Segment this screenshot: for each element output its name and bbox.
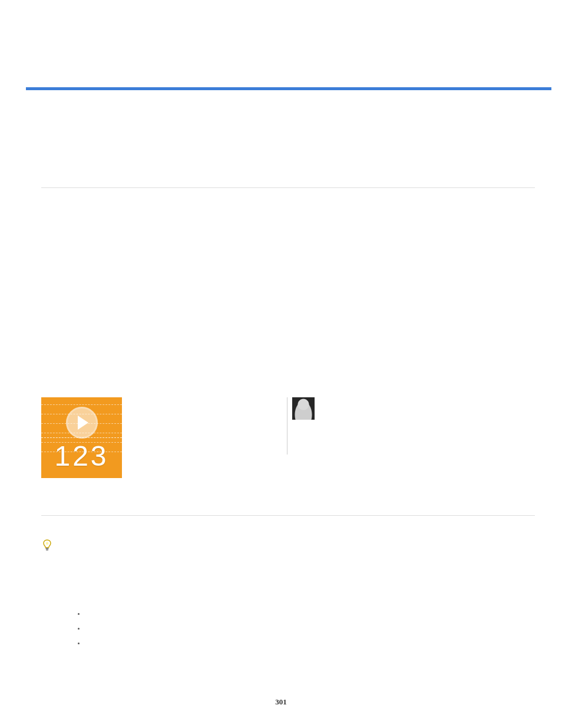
media-row: 123 <box>41 397 550 478</box>
list-item <box>78 624 550 638</box>
page-number: 301 <box>0 697 562 707</box>
bullet-list <box>78 609 550 653</box>
horizontal-rule-thin <box>41 515 535 516</box>
play-icon <box>66 407 98 439</box>
svg-point-2 <box>46 542 48 545</box>
video-thumbnail-number: 123 <box>54 440 108 472</box>
lightbulb-icon <box>42 539 52 552</box>
list-item <box>78 609 550 624</box>
list-item <box>78 638 550 653</box>
svg-rect-1 <box>46 549 48 551</box>
horizontal-rule-thin <box>41 187 535 188</box>
horizontal-rule-thick <box>26 87 551 90</box>
quote-block <box>287 397 315 454</box>
svg-rect-0 <box>46 548 49 549</box>
avatar <box>292 397 315 420</box>
video-thumbnail[interactable]: 123 <box>41 397 122 478</box>
document-page: 123 <box>0 0 562 653</box>
tip-section <box>42 539 550 653</box>
